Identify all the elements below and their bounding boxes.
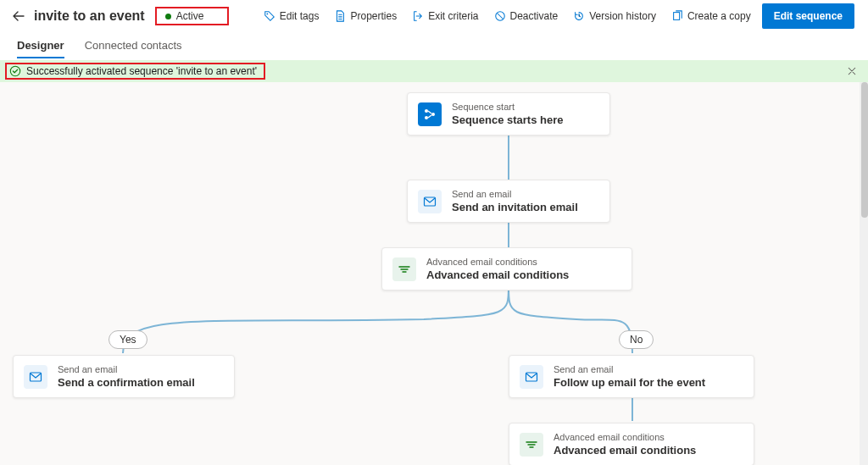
start-icon [418, 102, 442, 126]
exit-criteria-button[interactable]: Exit criteria [408, 8, 482, 25]
properties-label: Properties [350, 10, 397, 22]
status-badge: Active [155, 7, 230, 25]
condition-icon [392, 257, 416, 281]
exit-criteria-label: Exit criteria [428, 10, 478, 22]
deactivate-icon [494, 10, 506, 22]
vertical-scrollbar[interactable] [860, 82, 868, 465]
edit-tags-label: Edit tags [280, 10, 320, 22]
node-title: Send a confirmation email [58, 376, 195, 389]
properties-button[interactable]: Properties [330, 8, 401, 25]
deactivate-label: Deactivate [510, 10, 559, 22]
check-circle-icon [9, 65, 21, 77]
tab-designer[interactable]: Designer [17, 34, 64, 58]
version-history-button[interactable]: Version history [569, 8, 660, 25]
edit-tags-button[interactable]: Edit tags [259, 8, 324, 25]
branch-yes-pill: Yes [108, 330, 147, 349]
node-follow-up-email[interactable]: Send an email Follow up email for the ev… [509, 355, 754, 398]
mail-icon [24, 365, 47, 389]
node-send-confirmation-email[interactable]: Send an email Send a confirmation email [13, 355, 235, 398]
success-banner: Successfully activated sequence 'invite … [0, 60, 868, 82]
node-type-label: Sequence start [452, 102, 564, 112]
mail-icon [520, 365, 543, 389]
condition-icon [520, 433, 543, 457]
back-button[interactable] [10, 8, 27, 25]
edit-sequence-button[interactable]: Edit sequence [762, 3, 854, 29]
banner-close-button[interactable] [844, 64, 860, 79]
svg-point-3 [10, 66, 19, 75]
deactivate-button[interactable]: Deactivate [490, 8, 563, 25]
arrow-left-icon [12, 9, 25, 23]
history-icon [573, 10, 585, 22]
exit-icon [412, 10, 424, 22]
svg-point-0 [266, 14, 268, 15]
node-send-invitation-email[interactable]: Send an email Send an invitation email [407, 180, 610, 223]
page-title: invite to an event [34, 8, 145, 24]
node-title: Send an invitation email [452, 201, 578, 213]
success-banner-text: Successfully activated sequence 'invite … [26, 65, 257, 77]
node-advanced-email-conditions-2[interactable]: Advanced email conditions Advanced email… [509, 423, 754, 465]
copy-icon [671, 10, 683, 22]
create-copy-label: Create a copy [687, 10, 751, 22]
node-title: Sequence starts here [452, 113, 564, 126]
node-type-label: Advanced email conditions [426, 257, 569, 267]
designer-canvas[interactable]: Yes No Sequence start Sequence starts he… [0, 82, 868, 465]
close-icon [847, 66, 857, 76]
svg-point-5 [425, 116, 428, 119]
node-title: Follow up email for the event [554, 376, 705, 389]
tag-icon [264, 10, 275, 22]
version-history-label: Version history [589, 10, 656, 22]
status-dot-icon [165, 14, 171, 19]
node-title: Advanced email conditions [554, 444, 696, 457]
mail-icon [418, 190, 442, 213]
node-type-label: Send an email [58, 364, 195, 374]
tab-connected-contacts[interactable]: Connected contacts [85, 34, 182, 58]
node-type-label: Send an email [452, 189, 578, 199]
scrollbar-thumb[interactable] [861, 82, 868, 218]
node-type-label: Send an email [554, 364, 705, 374]
branch-no-pill: No [619, 330, 654, 349]
node-sequence-start[interactable]: Sequence start Sequence starts here [407, 92, 610, 136]
status-label: Active [176, 10, 204, 22]
node-title: Advanced email conditions [426, 268, 569, 281]
svg-point-4 [425, 109, 428, 113]
svg-point-6 [431, 113, 435, 116]
svg-rect-2 [674, 13, 680, 20]
node-advanced-email-conditions[interactable]: Advanced email conditions Advanced email… [381, 247, 632, 291]
node-type-label: Advanced email conditions [554, 432, 696, 442]
create-copy-button[interactable]: Create a copy [667, 8, 755, 25]
document-icon [334, 10, 346, 22]
